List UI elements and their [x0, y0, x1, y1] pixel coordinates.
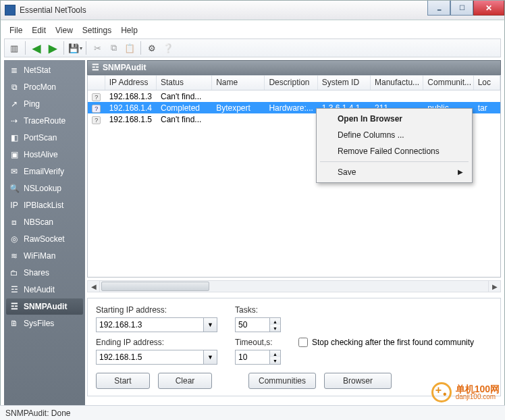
sidebar-item-portscan[interactable]: ◧PortScan — [6, 130, 83, 146]
window-titlebar: Essential NetTools — [0, 0, 505, 20]
column-header[interactable]: Loc — [474, 76, 500, 90]
sidebar-item-rawsocket[interactable]: ◎RawSocket — [6, 231, 83, 247]
sidebar-item-sysfiles[interactable]: 🗎SysFiles — [6, 315, 83, 332]
toolbar: ▥ ◀ ▶ 💾 ✂ ⧉ 📋 ⚙ ❔ — [4, 38, 501, 57]
table-cell: ? — [88, 91, 105, 102]
copy-button[interactable]: ⧉ — [107, 41, 120, 55]
sidebar-item-shares[interactable]: 🗀Shares — [6, 265, 83, 281]
timeout-input[interactable] — [235, 350, 270, 365]
timeout-up[interactable]: ▲ — [270, 350, 280, 357]
table-cell — [318, 96, 371, 97]
help-button[interactable]: ❔ — [161, 41, 175, 55]
context-menu-item[interactable]: Remove Failed Connections — [319, 143, 470, 159]
maximize-button[interactable] — [450, 1, 473, 16]
netaudit-icon: ☲ — [9, 284, 20, 295]
table-cell — [265, 119, 317, 120]
app-icon — [5, 5, 16, 16]
emailverify-icon: ✉ — [9, 166, 20, 177]
column-header[interactable]: Name — [212, 76, 265, 90]
column-header[interactable]: Manufactu... — [371, 76, 423, 90]
scroll-left-button[interactable]: ◀ — [88, 281, 100, 292]
context-menu-item[interactable]: Define Columns ... — [319, 127, 470, 143]
sidebar-item-snmpaudit[interactable]: ☲SNMPAudit — [6, 298, 83, 315]
table-cell — [212, 119, 265, 120]
browser-button[interactable]: Browser — [324, 373, 392, 389]
column-header[interactable]: IP Address — [105, 76, 157, 90]
sidebar-item-label: NetAudit — [24, 285, 55, 294]
sidebar-item-ping[interactable]: ↗Ping — [6, 96, 83, 112]
toolbar-panel-icon[interactable]: ▥ — [7, 41, 21, 55]
settings-button[interactable]: ⚙ — [145, 41, 159, 55]
menu-edit[interactable]: Edit — [28, 24, 50, 36]
window-title: Essential NetTools — [20, 5, 86, 15]
sidebar-item-label: SNMPAudit — [24, 302, 67, 311]
menu-file[interactable]: File — [5, 24, 26, 36]
timeout-down[interactable]: ▼ — [270, 357, 280, 364]
paste-button[interactable]: 📋 — [123, 41, 136, 55]
context-menu-item[interactable]: Save▶ — [319, 164, 470, 180]
context-menu: Open In BrowserDefine Columns ...Remove … — [316, 108, 473, 183]
stop-checking-checkbox[interactable] — [298, 338, 308, 347]
end-ip-dropdown[interactable]: ▼ — [204, 350, 217, 365]
sidebar-item-label: EmailVerify — [24, 167, 64, 176]
column-header[interactable]: System ID — [318, 76, 371, 90]
cut-button[interactable]: ✂ — [90, 41, 104, 55]
column-header[interactable]: Description — [265, 76, 317, 90]
row-status-icon: ? — [92, 116, 101, 124]
snmpaudit-icon: ☲ — [9, 301, 20, 312]
table-cell: Can't find... — [157, 114, 212, 125]
table-cell — [474, 119, 500, 120]
sidebar-item-procmon[interactable]: ⧉ProcMon — [6, 79, 83, 95]
table-cell — [371, 96, 423, 97]
row-status-icon: ? — [92, 105, 101, 113]
sidebar-item-label: Ping — [24, 99, 40, 109]
close-button[interactable] — [473, 1, 504, 16]
column-header[interactable]: Status — [157, 76, 212, 90]
menu-help[interactable]: Help — [117, 24, 142, 36]
sidebar-item-traceroute[interactable]: ⇢TraceRoute — [6, 113, 83, 129]
end-ip-input[interactable] — [96, 350, 204, 365]
forward-button[interactable]: ▶ — [46, 41, 59, 55]
column-header[interactable] — [88, 76, 105, 90]
table-row[interactable]: ?192.168.1.3Can't find... — [88, 90, 500, 102]
sidebar-item-ipblacklist[interactable]: IPIPBlackList — [6, 197, 83, 213]
sidebar-item-label: WiFiMan — [24, 251, 55, 261]
menu-view[interactable]: View — [51, 24, 77, 36]
start-ip-input[interactable] — [96, 317, 204, 332]
clear-button[interactable]: Clear — [158, 373, 212, 389]
back-button[interactable]: ◀ — [30, 41, 43, 55]
communities-button[interactable]: Communities — [248, 373, 316, 389]
table-cell: 192.168.1.5 — [105, 114, 157, 125]
tasks-input[interactable] — [235, 317, 270, 332]
sidebar-item-nbscan[interactable]: ⧈NBScan — [6, 214, 83, 230]
save-button[interactable]: 💾 — [68, 41, 82, 55]
start-ip-label: Starting IP address: — [96, 305, 217, 315]
table-cell — [212, 96, 265, 97]
tasks-up[interactable]: ▲ — [270, 318, 280, 325]
start-button[interactable]: Start — [96, 373, 150, 389]
scroll-right-button[interactable]: ▶ — [488, 281, 500, 292]
tasks-down[interactable]: ▼ — [270, 325, 280, 332]
minimize-button[interactable] — [427, 1, 450, 16]
status-bar: SNMPAudit: Done — [0, 405, 505, 420]
sidebar-item-emailverify[interactable]: ✉EmailVerify — [6, 163, 83, 180]
end-ip-label: Ending IP address: — [96, 338, 217, 347]
sidebar-item-hostalive[interactable]: ▣HostAlive — [6, 147, 83, 163]
context-menu-item[interactable]: Open In Browser — [319, 111, 470, 127]
sysfiles-icon: 🗎 — [9, 318, 20, 329]
sidebar-item-label: Shares — [24, 268, 49, 278]
menubar: File Edit View Settings Help — [4, 24, 501, 37]
panel-icon: ☲ — [92, 63, 99, 72]
sidebar-item-nslookup[interactable]: 🔍NSLookup — [6, 180, 83, 196]
row-status-icon: ? — [92, 93, 101, 101]
sidebar-item-netaudit[interactable]: ☲NetAudit — [6, 282, 83, 298]
start-ip-dropdown[interactable]: ▼ — [204, 317, 217, 332]
horizontal-scrollbar[interactable]: ◀ ▶ — [87, 280, 501, 292]
submenu-arrow-icon: ▶ — [458, 168, 463, 176]
column-header[interactable]: Communit... — [423, 76, 473, 90]
menu-settings[interactable]: Settings — [78, 24, 115, 36]
sidebar-item-netstat[interactable]: ≣NetStat — [6, 62, 83, 78]
sidebar-item-wifiman[interactable]: ≋WiFiMan — [6, 248, 83, 264]
scroll-thumb[interactable] — [101, 282, 209, 291]
sidebar-item-label: ProcMon — [24, 82, 56, 92]
